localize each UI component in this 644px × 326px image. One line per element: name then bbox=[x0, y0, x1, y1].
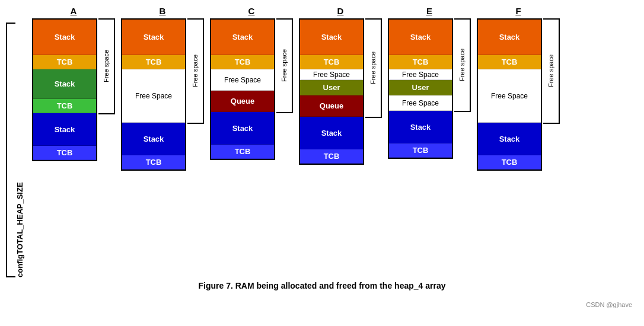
segment-tcb-blue-E: TCB bbox=[389, 143, 452, 158]
segment-tcb-green-A: TCB bbox=[33, 99, 96, 113]
segment-stack-blue-C: Stack bbox=[211, 112, 274, 145]
col-header-C: C bbox=[248, 6, 255, 16]
segment-tcb-orange-E: TCB bbox=[389, 55, 452, 69]
free-space-bracket-F: Free space bbox=[543, 18, 560, 171]
free-space-label-B: Free space bbox=[192, 55, 199, 87]
segment-tcb-blue-D: TCB bbox=[300, 149, 363, 164]
figure-caption: Figure 7. RAM being allocated and freed … bbox=[199, 281, 446, 290]
segment-stack-orange-A: Stack bbox=[33, 20, 96, 55]
segment-stack-blue-D: Stack bbox=[300, 117, 363, 149]
heap-box-E: StackTCBFree SpaceUserFree SpaceStackTCB bbox=[388, 18, 453, 159]
segment-stack-orange-C: Stack bbox=[211, 20, 274, 55]
segment-free-B: Free Space bbox=[122, 69, 185, 123]
segment-user-D: User bbox=[300, 80, 363, 95]
segment-free-D: Free Space bbox=[300, 69, 363, 80]
segment-tcb-orange-D: TCB bbox=[300, 55, 363, 69]
watermark: CSDN @gjhave bbox=[586, 301, 632, 308]
segment-tcb-orange-B: TCB bbox=[122, 55, 185, 69]
segment-tcb-blue-B: TCB bbox=[122, 155, 185, 170]
free-space-label-D: Free space bbox=[369, 52, 377, 84]
col-header-B: B bbox=[160, 6, 166, 16]
segment-stack-blue-A: Stack bbox=[33, 113, 96, 146]
segment-free-E: Free Space bbox=[389, 69, 452, 80]
free-space-label-C: Free space bbox=[280, 49, 288, 82]
segment-free-E: Free Space bbox=[389, 95, 452, 111]
segment-stack-orange-F: Stack bbox=[478, 20, 541, 55]
free-space-bracket-E: Free space bbox=[454, 18, 471, 159]
column-wrapper-B: BStackTCBFree SpaceStackTCBFree space bbox=[118, 6, 207, 171]
segment-stack-orange-D: Stack bbox=[300, 20, 363, 55]
segment-stack-blue-F: Stack bbox=[478, 123, 541, 155]
segment-tcb-blue-C: TCB bbox=[211, 145, 274, 159]
segment-tcb-orange-C: TCB bbox=[211, 55, 274, 69]
free-space-bracket-C: Free space bbox=[276, 18, 293, 160]
segment-stack-green-A: Stack bbox=[33, 69, 96, 99]
heap-box-C: StackTCBFree SpaceQueueStackTCB bbox=[210, 18, 275, 160]
segment-tcb-blue-A: TCB bbox=[33, 146, 96, 160]
col-header-E: E bbox=[426, 6, 432, 16]
segment-queue-D: Queue bbox=[300, 95, 363, 117]
segment-free-F: Free Space bbox=[478, 69, 541, 123]
segment-queue-C: Queue bbox=[211, 91, 274, 112]
heap-box-F: StackTCBFree SpaceStackTCB bbox=[477, 18, 542, 171]
segment-tcb-blue-F: TCB bbox=[478, 155, 541, 170]
segment-stack-blue-B: Stack bbox=[122, 123, 185, 155]
heap-box-D: StackTCBFree SpaceUserQueueStackTCB bbox=[299, 18, 364, 165]
col-header-D: D bbox=[337, 6, 344, 16]
col-header-F: F bbox=[515, 6, 521, 16]
column-wrapper-C: CStackTCBFree SpaceQueueStackTCBFree spa… bbox=[207, 6, 296, 160]
free-space-bracket-D: Free space bbox=[365, 18, 382, 165]
column-wrapper-F: FStackTCBFree SpaceStackTCBFree space bbox=[474, 6, 563, 171]
free-space-label-F: Free space bbox=[547, 55, 554, 87]
diagrams-area: AStackTCBStackTCBStackTCBFree spaceBStac… bbox=[29, 6, 638, 171]
heap-box-A: StackTCBStackTCBStackTCB bbox=[32, 18, 97, 161]
col-header-A: A bbox=[71, 6, 77, 16]
segment-stack-blue-E: Stack bbox=[389, 111, 452, 143]
free-space-label-E: Free space bbox=[458, 49, 466, 81]
segment-free-C: Free Space bbox=[211, 69, 274, 91]
free-space-bracket-A: Free space bbox=[98, 18, 115, 161]
main-container: configTOTAL_HEAP_SIZE AStackTCBStackTCBS… bbox=[0, 0, 644, 277]
segment-tcb-orange-A: TCB bbox=[33, 55, 96, 69]
heap-box-B: StackTCBFree SpaceStackTCB bbox=[121, 18, 186, 171]
column-wrapper-D: DStackTCBFree SpaceUserQueueStackTCBFree… bbox=[296, 6, 385, 165]
y-axis-label: configTOTAL_HEAP_SIZE bbox=[15, 23, 24, 277]
segment-stack-orange-E: Stack bbox=[389, 20, 452, 55]
segment-tcb-orange-F: TCB bbox=[478, 55, 541, 69]
column-wrapper-E: EStackTCBFree SpaceUserFree SpaceStackTC… bbox=[385, 6, 474, 159]
segment-stack-orange-B: Stack bbox=[122, 20, 185, 55]
free-space-bracket-B: Free space bbox=[187, 18, 204, 171]
column-wrapper-A: AStackTCBStackTCBStackTCBFree space bbox=[29, 6, 118, 161]
segment-user-E: User bbox=[389, 80, 452, 95]
free-space-label-A: Free space bbox=[103, 50, 110, 82]
